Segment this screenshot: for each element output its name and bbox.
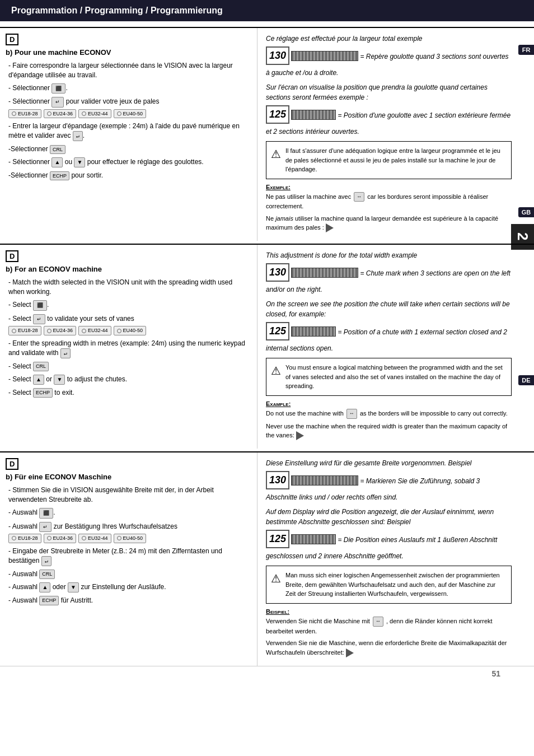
gb-arrow-icon: [296, 431, 304, 440]
fr-exemple-1: Ne pas utiliser la machine avec ↔ car le…: [266, 192, 512, 211]
de-enter-icon: ↵: [41, 556, 51, 566]
fr-select-icon-1: ⬛: [51, 83, 65, 94]
gb-vane-eu32-44: EU32-44: [78, 326, 111, 335]
de-down-icon: ▼: [68, 582, 79, 592]
de-bullet-4: - Eingabe der Streubreite in Meter (z.B.…: [6, 547, 249, 566]
gb-exemple-title: Example:: [266, 400, 512, 407]
gb-bullet-6: - Select ▲ or ▼ to adjust the chutes.: [6, 375, 249, 385]
gb-vane-eu40-50: EU40-50: [114, 326, 147, 335]
de-section-right: Diese Einstellung wird für die gesamte B…: [257, 452, 534, 665]
gb-section-title: b) For an ECONOV machine: [6, 265, 249, 273]
de-bullet-5: - Auswahl CRL: [6, 570, 249, 579]
gb-ex-btn: ↔: [346, 409, 357, 419]
gb-right-intro: This adjustment is done for the total wi…: [266, 250, 512, 295]
gb-up-icon: ▲: [33, 375, 44, 385]
de-select-icon-1: ⬛: [39, 508, 53, 519]
fr-section-left: D b) Pour une machine ECONOV - Faire cor…: [0, 28, 257, 241]
de-up-icon: ▲: [39, 582, 50, 592]
vane-eu32-44: EU32-44: [78, 109, 111, 119]
de-right-intro: Diese Einstellung wird für die gesamte B…: [266, 458, 512, 502]
de-warning-box: ⚠ Man muss sich einer logischen Angemess…: [266, 566, 512, 604]
fr-echp-icon: ECHP: [50, 171, 69, 181]
de-vane-eu40-50: EU40-50: [114, 534, 147, 543]
de-ex-btn: ↔: [373, 617, 383, 627]
gb-section-left: D b) For an ECONOV machine - Match the w…: [0, 245, 257, 449]
gb-select-icon-1: ⬛: [33, 300, 47, 311]
de-section-left: D b) Für eine ECONOV Maschine - Stimmen …: [0, 452, 257, 665]
fr-bullet-5: -Sélectionner CRL: [6, 144, 249, 154]
fr-warning-icon: ⚠: [271, 147, 281, 161]
fr-spread-graphic-125: [291, 110, 336, 120]
header-title: Programmation / Programming / Programmie…: [11, 6, 223, 15]
de-spread-graphic-130: [291, 475, 358, 486]
de-screen-text: Auf dem Display wird die Position angeze…: [266, 507, 512, 561]
de-beispiel-1: Verwenden Sie nicht die Maschine mit ↔ ,…: [266, 617, 512, 636]
de-select-icon-2: ↵: [39, 522, 51, 533]
gb-bullet-7: - Select ECHP to exit.: [6, 388, 249, 398]
gb-exemple-1: Do not use the machine with ↔ as the bor…: [266, 409, 512, 419]
fr-width-130: 130: [266, 46, 358, 65]
gb-section: D b) For an ECONOV machine - Match the w…: [0, 244, 534, 449]
gb-bullet-5: - Select CRL: [6, 362, 249, 371]
fr-section-title: b) Pour une machine ECONOV: [6, 48, 249, 57]
gb-bullet-2: - Select ⬛.: [6, 300, 249, 311]
de-section-title: b) Für eine ECONOV Maschine: [6, 473, 249, 481]
gb-spread-graphic-130: [291, 268, 358, 278]
fr-exemple-2: Ne jamais utiliser la machine quand la l…: [266, 214, 512, 233]
fr-exemple-title: Exemple:: [266, 184, 512, 190]
de-spread-graphic-125: [291, 534, 336, 544]
de-bullet-6: - Auswahl ▲ oder ▼ zur Einstellung der A…: [6, 582, 249, 592]
gb-bullet-3: - Select ↵ to validate your sets of vane…: [6, 314, 249, 335]
gb-bullet-1: - Match the width selected in the VISION…: [6, 278, 249, 297]
de-bullet-1: - Stimmen Sie die in VISION ausgewählte …: [6, 486, 249, 505]
fr-d-label: D: [6, 34, 18, 45]
de-vane-eu32-44: EU32-44: [78, 534, 111, 543]
de-echp-icon: ECHP: [39, 596, 59, 605]
fr-ex-btn: ↔: [354, 192, 364, 202]
fr-bullet-1: - Faire correspondre la largeur sélectio…: [6, 61, 249, 80]
page-bottom-bar: 51: [0, 666, 534, 681]
de-arrow-icon: [346, 648, 354, 657]
vane-eu40-50: EU40-50: [114, 109, 147, 119]
gb-enter-icon: ↵: [60, 348, 71, 358]
fr-down-icon: ▼: [74, 157, 85, 167]
gb-down-icon: ▼: [54, 375, 65, 385]
gb-vane-eu18-28: EU18-28: [8, 326, 41, 335]
fr-screen-text: Sur l'écran on visualise la position que…: [266, 82, 512, 137]
fr-spread-graphic-130: [291, 51, 358, 61]
gb-bullet-4: - Enter the spreading width in metres (e…: [6, 339, 249, 358]
fr-bullet-3: - Sélectionner ↵ pour valider votre jeux…: [6, 97, 249, 118]
gb-width-125: 125: [266, 322, 336, 340]
de-d-label: D: [6, 458, 18, 470]
de-crl-icon: CRL: [39, 570, 55, 579]
fr-enter-icon: ↵: [73, 131, 83, 141]
de-vane-eu24-36: EU24-36: [44, 534, 77, 543]
de-bullet-3: - Auswahl ↵ zur Bestätigung Ihres Wurfsc…: [6, 522, 249, 543]
page-header: Programmation / Programming / Programmie…: [0, 0, 534, 21]
gb-d-label: D: [6, 250, 18, 262]
gb-width-130: 130: [266, 263, 358, 282]
fr-arrow-icon: [326, 223, 334, 232]
de-warning-icon: ⚠: [271, 572, 281, 585]
gb-crl-icon: CRL: [33, 362, 49, 371]
de-bullet-7: - Auswahl ECHP für Austritt.: [6, 596, 249, 605]
fr-bullet-4: - Entrer la largeur d'épandage (exemple …: [6, 122, 249, 141]
de-vane-eu18-28: EU18-28: [8, 534, 41, 543]
gb-vane-eu24-36: EU24-36: [44, 326, 77, 335]
gb-vanes-row: EU18-28 EU24-36 EU32-44 EU40-50: [8, 326, 249, 335]
fr-select-icon-2: ↵: [51, 97, 64, 108]
gb-screen-text: On the screen we see the position the ch…: [266, 299, 512, 353]
fr-section-right: Ce réglage est effectué pour la largeur …: [257, 28, 534, 241]
vane-eu24-36: EU24-36: [44, 109, 77, 119]
fr-crl-icon: CRL: [50, 145, 65, 155]
fr-bullet-7: -Sélectionner ECHP pour sortir.: [6, 171, 249, 180]
gb-select-icon-2: ↵: [33, 314, 45, 325]
fr-section: D b) Pour une machine ECONOV - Faire cor…: [0, 27, 534, 241]
gb-warning-box: ⚠ You must ensure a logical matching bet…: [266, 358, 512, 396]
fr-vanes-row: EU18-28 EU24-36 EU32-44 EU40-50: [8, 109, 249, 119]
de-bullet-2: - Auswahl ⬛.: [6, 508, 249, 519]
de-beispiel-title: Beispiel:: [266, 608, 512, 615]
gb-echp-icon: ECHP: [33, 388, 53, 398]
de-width-130: 130: [266, 471, 358, 489]
fr-bullet-2: - Sélectionner ⬛.: [6, 83, 249, 94]
